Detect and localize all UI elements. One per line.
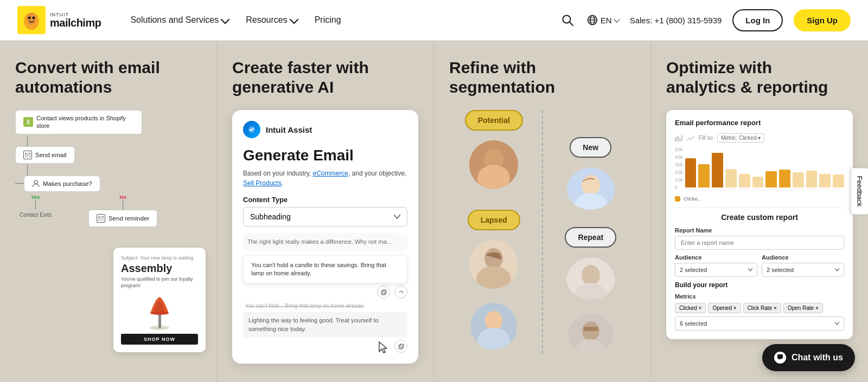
automation-flow-diagram: S Contact views products in Shopify stor…	[15, 110, 201, 227]
ai-suggestion-bubble: You can't hold a candle to these savings…	[243, 255, 407, 284]
bar-11	[819, 174, 831, 188]
metric-dropdown[interactable]: Metric: Clicked ▾	[717, 133, 764, 143]
ai-replace-icon[interactable]	[394, 286, 407, 299]
login-button[interactable]: Log In	[732, 9, 783, 31]
bar-chart-icon	[675, 135, 682, 141]
bar-9	[793, 172, 804, 187]
intuit-assist-icon	[243, 121, 260, 138]
shopify-icon: S	[23, 117, 33, 127]
nav-pricing[interactable]: Pricing	[307, 11, 349, 29]
svg-point-6	[36, 18, 39, 24]
report-name-input[interactable]	[675, 236, 844, 250]
chat-button[interactable]: Chat with us	[762, 344, 855, 371]
col4-title: Optimize with analytics & reporting	[666, 58, 829, 97]
intuit-assist-label: Intuit Assist	[266, 125, 312, 134]
col-analytics: Optimize with analytics & reporting Emai…	[651, 41, 868, 382]
ai-copy-icon[interactable]	[377, 286, 390, 299]
ai-bottom-option: Lighting the way to feeling good. Treat …	[243, 312, 407, 338]
bar-4	[725, 169, 737, 188]
col2-title: Create faster with generative AI	[232, 58, 395, 97]
audience-label1: Audience	[675, 254, 757, 261]
feedback-tab[interactable]: Feedback	[851, 167, 868, 215]
logo[interactable]: INTUIT mailchimp	[17, 6, 101, 34]
svg-rect-24	[400, 344, 404, 348]
col-generative-ai: Create faster with generative AI Intuit …	[217, 41, 434, 382]
flow-connector-line2	[27, 165, 28, 176]
custom-report-section: Create custom report Report Name Audienc…	[675, 207, 844, 331]
bar-6	[752, 177, 764, 187]
metrics-tags: Clicked × Opened × Click Rate × Open Rat…	[675, 303, 844, 313]
language-selector[interactable]: EN	[587, 15, 619, 25]
search-icon	[561, 14, 573, 26]
filter-row: Fill so Metric: Clicked ▾	[675, 133, 844, 143]
seg-divider	[542, 110, 543, 354]
metric-tag-clicked[interactable]: Clicked ×	[675, 303, 706, 313]
chevron-down-icon	[289, 15, 298, 24]
audience-row: Audience 2 selected Audience 2 selected	[675, 254, 844, 277]
col-email-automations: Convert with email automations S Contact…	[0, 41, 217, 382]
ecommerce-link[interactable]: eCommerce	[313, 170, 348, 177]
nav-solutions[interactable]: Solutions and Services	[123, 11, 236, 29]
branch-yes-label: Yes	[31, 194, 40, 200]
seg-label-potential: Potential	[465, 110, 523, 131]
svg-point-5	[24, 18, 27, 24]
col1-title: Convert with email automations	[15, 58, 178, 97]
flow-node-decision: Makes purchase?	[24, 176, 100, 192]
svg-point-15	[34, 180, 37, 184]
chart-y-labels: 50k 40k 30k 20k 10k 0	[675, 147, 683, 190]
content-type-dropdown[interactable]: Subheading	[243, 207, 407, 226]
flow-node-exits: Contact Exits	[20, 212, 52, 218]
select-chevron-icon2	[835, 268, 839, 271]
person-avatar-6	[567, 314, 614, 354]
dropdown-chevron-icon	[394, 215, 400, 219]
person-avatar-5	[470, 303, 517, 349]
nav-resources[interactable]: Resources	[238, 11, 304, 29]
signup-button[interactable]: Sign Up	[794, 9, 851, 31]
sell-products-link[interactable]: Sell Products	[243, 179, 282, 187]
metric-tag-openrate[interactable]: Open Rate ×	[783, 303, 823, 313]
audience-label2: Audience	[762, 254, 844, 261]
analytics-card-title: Email performance report	[675, 119, 844, 127]
email-preview-card: Subject: Your new lamp is waiting Assemb…	[113, 248, 206, 352]
audience-select1[interactable]: 2 selected	[675, 263, 757, 277]
svg-rect-46	[679, 138, 681, 141]
person-avatar-4	[566, 257, 615, 300]
ai-text-preview1: The right light really makes a differenc…	[243, 233, 407, 251]
ai-generate-card: Intuit Assist Generate Email Based on yo…	[232, 110, 418, 364]
chart-legend: Clicke...	[675, 196, 844, 202]
metrics-count-select[interactable]: 6 selected	[675, 316, 844, 331]
sales-number: Sales: +1 (800) 315-5939	[630, 16, 722, 25]
ai-bottom-copy-icon[interactable]	[394, 340, 407, 353]
flow-connector-line	[27, 135, 28, 146]
shop-now-button[interactable]: SHOP NOW	[121, 334, 198, 345]
audience-select2[interactable]: 2 selected	[762, 263, 844, 277]
ai-description: Based on your industry, eCommerce, and y…	[243, 169, 407, 188]
chart-wrapper: 50k 40k 30k 20k 10k 0	[675, 147, 844, 196]
main-nav: Solutions and Services Resources Pricing	[123, 11, 558, 29]
intuit-assist-header: Intuit Assist	[243, 121, 407, 138]
chevron-down-icon	[221, 15, 230, 24]
lang-chevron-icon	[614, 16, 620, 22]
ai-bottom-option-area: Lighting the way to feeling good. Treat …	[243, 312, 407, 353]
line-chart-icon	[687, 135, 694, 141]
bar-chart	[685, 147, 844, 190]
bar-5	[739, 174, 750, 188]
bar-12	[833, 174, 844, 187]
audience-col1: Audience 2 selected	[675, 254, 757, 277]
svg-rect-23	[399, 345, 403, 349]
lamp-illustration	[121, 293, 198, 331]
seg-left-col: Potential Lapsed	[449, 110, 539, 354]
seg-label-new: New	[570, 137, 611, 158]
seg-right-col: New Repeat	[546, 137, 636, 354]
analytics-card: Email performance report Fill so Metric:…	[666, 110, 853, 339]
metric-tag-opened[interactable]: Opened ×	[708, 303, 741, 313]
svg-rect-45	[677, 136, 679, 141]
segmentation-visual: Potential Lapsed	[449, 110, 635, 354]
svg-point-4	[33, 17, 35, 20]
svg-rect-21	[381, 291, 385, 295]
metric-tag-clickrate[interactable]: Click Rate ×	[743, 303, 781, 313]
search-button[interactable]	[559, 11, 576, 29]
cursor-icon	[378, 341, 388, 357]
ai-suggestion-area: You can't hold a candle to these savings…	[243, 255, 407, 299]
ai-strikethrough-text: You can't hold... Bring that lamp on hom…	[243, 303, 407, 309]
